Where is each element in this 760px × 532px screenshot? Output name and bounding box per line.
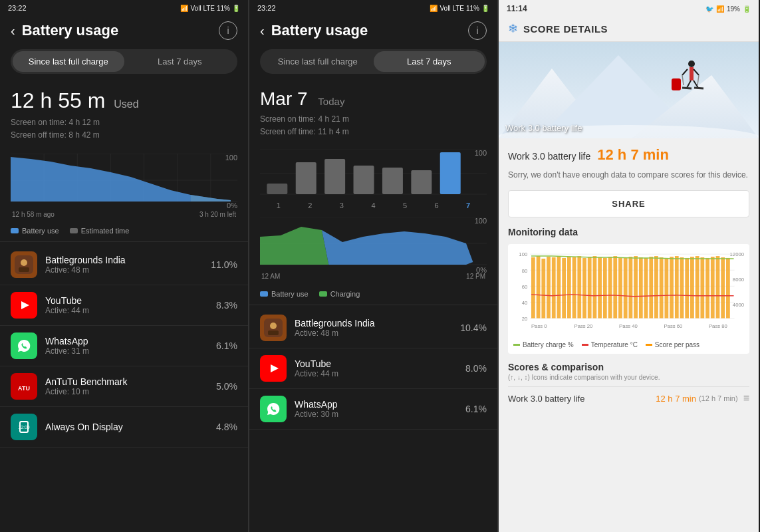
mid-app-sub-wa: Active: 30 m [295, 410, 465, 419]
left-legend-blue-dot [11, 228, 19, 233]
youtube-icon-svg [15, 296, 33, 315]
left-app-item-aod[interactable]: 12:00 Always On Display 4.8% [0, 407, 248, 448]
mid-app-item-wa[interactable]: WhatsApp Active: 30 m 6.1% [249, 389, 497, 430]
right-legend-score-label: Score per pass [655, 341, 699, 348]
right-scores-row-value-group: 12 h 7 min (12 h 7 min) ≡ [656, 392, 749, 404]
mid-divider [249, 305, 497, 305]
svg-rect-90 [624, 258, 628, 319]
svg-rect-105 [700, 257, 704, 319]
mid-app-percent-yt: 8.0% [465, 363, 487, 374]
svg-rect-101 [680, 257, 684, 319]
svg-text:40: 40 [522, 300, 528, 306]
mid-tab-last7[interactable]: Last 7 days [374, 51, 485, 72]
right-scores-row-value: 12 h 7 min [656, 394, 696, 404]
svg-rect-92 [634, 256, 638, 318]
left-time-right: 3 h 20 m left [199, 211, 236, 218]
left-app-sub-bgmi: Active: 48 m [45, 265, 211, 275]
right-time: 11:14 [507, 4, 527, 13]
right-score-title-row: Work 3.0 battery life 12 h 7 min [508, 146, 749, 164]
left-tab-since[interactable]: Since last full charge [13, 51, 124, 72]
svg-rect-27 [324, 159, 345, 194]
svg-rect-75 [547, 257, 551, 319]
mid-bar-label-5: 5 [403, 201, 407, 209]
left-app-item-bgmi[interactable]: Battlegrounds India Active: 48 m 11.0% [0, 245, 248, 285]
mid-bar-label-2: 2 [308, 201, 312, 209]
svg-text:12000: 12000 [730, 251, 744, 257]
mid-app-icon-wa [260, 396, 287, 422]
mid-bar-chart-area: 100 1 2 3 4 5 6 7 [260, 149, 487, 209]
left-app-percent-bgmi: 11.0% [211, 259, 237, 270]
mid-top-nav: ‹ Battery usage i [249, 15, 497, 44]
mid-line-time-left: 12 AM [261, 273, 280, 280]
svg-text:Pass 0: Pass 0 [531, 323, 547, 329]
svg-rect-88 [613, 256, 617, 318]
svg-rect-80 [572, 257, 576, 319]
left-app-icon-bgmi [11, 251, 37, 278]
mid-bar-100: 100 [475, 149, 487, 157]
left-chart-area: 100 0% 12 h 58 m ago 3 h 20 m left [11, 154, 237, 220]
mid-bgmi-icon-svg [264, 319, 283, 337]
svg-rect-106 [705, 258, 709, 319]
left-top-nav: ‹ Battery usage i [0, 15, 248, 44]
bgmi-icon-svg [15, 255, 33, 274]
svg-rect-77 [557, 256, 561, 318]
mid-app-item-bgmi[interactable]: Battlegrounds India Active: 48 m 10.4% [249, 308, 497, 348]
mid-info-button[interactable]: i [468, 21, 487, 40]
left-tab-last7[interactable]: Last 7 days [124, 51, 236, 72]
left-info-button[interactable]: i [219, 21, 237, 40]
svg-text:Pass 40: Pass 40 [619, 323, 638, 329]
right-scores-sub: (↑, ↓, ↕) Icons indicate comparison with… [508, 374, 749, 381]
svg-rect-94 [644, 258, 648, 319]
left-chart-legend: Battery use Estimated time [0, 223, 248, 239]
right-score-label: Work 3.0 battery life [508, 151, 590, 162]
svg-rect-26 [296, 162, 317, 194]
svg-text:60: 60 [522, 284, 528, 290]
left-app-item-wa[interactable]: WhatsApp Active: 31 m 6.1% [0, 326, 248, 366]
svg-rect-78 [562, 258, 566, 319]
mid-app-sub-bgmi: Active: 48 m [295, 329, 460, 338]
left-usage-unit: Used [114, 98, 138, 110]
left-info-icon: i [227, 25, 229, 36]
left-tab-toggle: Since last full charge Last 7 days [11, 49, 237, 74]
mid-tab-since[interactable]: Since last full charge [262, 51, 374, 72]
svg-rect-89 [618, 257, 622, 319]
svg-rect-25 [267, 184, 287, 194]
svg-rect-98 [664, 258, 668, 319]
left-app-item-yt[interactable]: YouTube Active: 44 m 8.3% [0, 285, 248, 326]
left-back-button[interactable]: ‹ [11, 23, 15, 39]
mid-battery-main: Mar 7 Today Screen on time: 4 h 21 m Scr… [249, 79, 497, 144]
mid-back-button[interactable]: ‹ [260, 23, 265, 39]
svg-rect-83 [588, 257, 592, 319]
mid-legend-charging-label: Charging [330, 290, 360, 298]
left-legend-gray-dot [70, 228, 78, 233]
svg-text:Pass 80: Pass 80 [709, 323, 727, 329]
right-score-header-title: SCORE DETAILS [523, 23, 608, 35]
mid-app-percent-bgmi: 10.4% [460, 323, 487, 333]
svg-marker-36 [322, 230, 473, 265]
svg-rect-110 [726, 258, 730, 319]
svg-rect-29 [382, 168, 403, 194]
left-time: 23:22 [8, 4, 27, 12]
svg-rect-28 [354, 166, 374, 194]
mid-bar-label-3: 3 [340, 201, 344, 209]
left-app-name-wa: WhatsApp [45, 336, 216, 346]
left-app-percent-yt: 8.3% [216, 300, 237, 311]
svg-rect-58 [672, 78, 681, 90]
left-legend-estimated-label: Estimated time [81, 227, 130, 235]
svg-rect-81 [577, 256, 581, 318]
mid-line-chart-area: 100 0% 12 AM 12 PM [260, 217, 487, 283]
right-scores-menu-icon[interactable]: ≡ [743, 392, 749, 404]
mid-line-0: 0% [476, 266, 487, 274]
mid-app-item-yt[interactable]: YouTube Active: 44 m 8.0% [249, 348, 497, 389]
right-legend-red-dot [582, 344, 588, 346]
left-app-sub-yt: Active: 44 m [45, 306, 216, 315]
mid-bar-chart-svg [260, 149, 487, 199]
right-legend-temp-label: Temperature °C [591, 341, 638, 348]
left-battery-icon: 🔋 [232, 5, 240, 12]
right-share-button[interactable]: SHARE [508, 190, 749, 217]
left-app-info-wa: WhatsApp Active: 31 m [45, 336, 216, 356]
left-app-sub-antutu: Active: 10 m [45, 387, 216, 396]
right-score-header: ❄ SCORE DETAILS [499, 16, 759, 42]
left-app-item-antutu[interactable]: ATU AnTuTu Benchmark Active: 10 m 5.0% [0, 366, 248, 407]
svg-rect-97 [660, 257, 664, 319]
